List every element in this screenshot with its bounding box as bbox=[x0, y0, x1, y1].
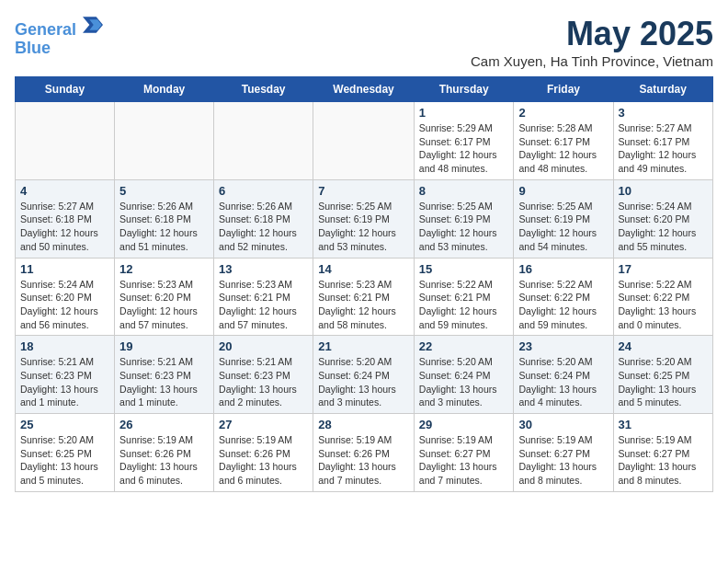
calendar-cell: 3Sunrise: 5:27 AM Sunset: 6:17 PM Daylig… bbox=[613, 102, 712, 180]
day-number: 8 bbox=[419, 184, 509, 198]
day-number: 12 bbox=[119, 262, 209, 276]
calendar-week-2: 4Sunrise: 5:27 AM Sunset: 6:18 PM Daylig… bbox=[16, 179, 713, 258]
day-info: Sunrise: 5:19 AM Sunset: 6:27 PM Dayligh… bbox=[518, 433, 608, 488]
day-info: Sunrise: 5:20 AM Sunset: 6:24 PM Dayligh… bbox=[419, 355, 509, 409]
calendar-cell: 23Sunrise: 5:20 AM Sunset: 6:24 PM Dayli… bbox=[514, 336, 613, 414]
day-info: Sunrise: 5:20 AM Sunset: 6:24 PM Dayligh… bbox=[318, 355, 409, 409]
day-number: 2 bbox=[518, 106, 608, 120]
calendar-week-5: 25Sunrise: 5:20 AM Sunset: 6:25 PM Dayli… bbox=[16, 414, 713, 492]
weekday-header-saturday: Saturday bbox=[613, 77, 712, 102]
calendar-cell: 11Sunrise: 5:24 AM Sunset: 6:20 PM Dayli… bbox=[16, 258, 115, 336]
day-info: Sunrise: 5:19 AM Sunset: 6:26 PM Dayligh… bbox=[219, 433, 308, 488]
location-subtitle: Cam Xuyen, Ha Tinh Province, Vietnam bbox=[471, 53, 713, 69]
day-info: Sunrise: 5:23 AM Sunset: 6:20 PM Dayligh… bbox=[119, 278, 209, 332]
day-number: 30 bbox=[518, 418, 608, 431]
calendar-cell: 10Sunrise: 5:24 AM Sunset: 6:20 PM Dayli… bbox=[613, 179, 712, 258]
day-number: 27 bbox=[219, 418, 308, 431]
day-info: Sunrise: 5:21 AM Sunset: 6:23 PM Dayligh… bbox=[20, 355, 109, 409]
day-info: Sunrise: 5:27 AM Sunset: 6:17 PM Dayligh… bbox=[619, 121, 708, 176]
calendar-cell bbox=[115, 102, 214, 180]
day-info: Sunrise: 5:19 AM Sunset: 6:26 PM Dayligh… bbox=[119, 433, 209, 488]
day-number: 24 bbox=[619, 339, 708, 353]
calendar-cell bbox=[214, 102, 313, 180]
day-number: 18 bbox=[20, 339, 109, 353]
day-info: Sunrise: 5:25 AM Sunset: 6:19 PM Dayligh… bbox=[419, 200, 509, 254]
day-number: 25 bbox=[20, 418, 109, 431]
calendar-cell: 1Sunrise: 5:29 AM Sunset: 6:17 PM Daylig… bbox=[414, 102, 514, 180]
day-info: Sunrise: 5:23 AM Sunset: 6:21 PM Dayligh… bbox=[318, 278, 409, 332]
calendar-cell: 14Sunrise: 5:23 AM Sunset: 6:21 PM Dayli… bbox=[313, 258, 415, 336]
calendar-cell: 19Sunrise: 5:21 AM Sunset: 6:23 PM Dayli… bbox=[115, 336, 214, 414]
logo: General Blue bbox=[15, 15, 103, 58]
day-info: Sunrise: 5:27 AM Sunset: 6:18 PM Dayligh… bbox=[20, 200, 109, 254]
calendar-cell bbox=[16, 102, 115, 180]
day-info: Sunrise: 5:23 AM Sunset: 6:21 PM Dayligh… bbox=[219, 278, 308, 332]
calendar-cell: 22Sunrise: 5:20 AM Sunset: 6:24 PM Dayli… bbox=[414, 336, 514, 414]
calendar-cell: 9Sunrise: 5:25 AM Sunset: 6:19 PM Daylig… bbox=[514, 179, 613, 258]
title-block: May 2025 Cam Xuyen, Ha Tinh Province, Vi… bbox=[471, 15, 713, 69]
calendar-cell: 31Sunrise: 5:19 AM Sunset: 6:27 PM Dayli… bbox=[613, 414, 712, 492]
calendar-cell: 18Sunrise: 5:21 AM Sunset: 6:23 PM Dayli… bbox=[16, 336, 115, 414]
day-info: Sunrise: 5:26 AM Sunset: 6:18 PM Dayligh… bbox=[119, 200, 209, 254]
calendar-cell bbox=[313, 102, 415, 180]
weekday-header-sunday: Sunday bbox=[16, 77, 115, 102]
day-info: Sunrise: 5:19 AM Sunset: 6:26 PM Dayligh… bbox=[318, 433, 409, 488]
logo-blue: Blue bbox=[15, 40, 103, 58]
day-number: 11 bbox=[20, 262, 109, 276]
calendar-week-4: 18Sunrise: 5:21 AM Sunset: 6:23 PM Dayli… bbox=[16, 336, 713, 414]
day-info: Sunrise: 5:26 AM Sunset: 6:18 PM Dayligh… bbox=[219, 200, 308, 254]
day-info: Sunrise: 5:20 AM Sunset: 6:24 PM Dayligh… bbox=[518, 355, 608, 409]
day-number: 26 bbox=[119, 418, 209, 431]
calendar-cell: 2Sunrise: 5:28 AM Sunset: 6:17 PM Daylig… bbox=[514, 102, 613, 180]
day-info: Sunrise: 5:21 AM Sunset: 6:23 PM Dayligh… bbox=[219, 355, 308, 409]
calendar-cell: 26Sunrise: 5:19 AM Sunset: 6:26 PM Dayli… bbox=[115, 414, 214, 492]
day-number: 6 bbox=[219, 184, 308, 198]
day-number: 21 bbox=[318, 339, 409, 353]
month-title: May 2025 bbox=[471, 15, 713, 53]
calendar-cell: 21Sunrise: 5:20 AM Sunset: 6:24 PM Dayli… bbox=[313, 336, 415, 414]
day-info: Sunrise: 5:25 AM Sunset: 6:19 PM Dayligh… bbox=[318, 200, 409, 254]
logo-text: General bbox=[15, 15, 103, 40]
calendar-week-1: 1Sunrise: 5:29 AM Sunset: 6:17 PM Daylig… bbox=[16, 102, 713, 180]
day-info: Sunrise: 5:29 AM Sunset: 6:17 PM Dayligh… bbox=[419, 121, 509, 176]
calendar-cell: 28Sunrise: 5:19 AM Sunset: 6:26 PM Dayli… bbox=[313, 414, 415, 492]
day-info: Sunrise: 5:22 AM Sunset: 6:22 PM Dayligh… bbox=[619, 278, 708, 332]
day-number: 22 bbox=[419, 339, 509, 353]
calendar-cell: 25Sunrise: 5:20 AM Sunset: 6:25 PM Dayli… bbox=[16, 414, 115, 492]
calendar-cell: 8Sunrise: 5:25 AM Sunset: 6:19 PM Daylig… bbox=[414, 179, 514, 258]
day-number: 9 bbox=[518, 184, 608, 198]
calendar-cell: 16Sunrise: 5:22 AM Sunset: 6:22 PM Dayli… bbox=[514, 258, 613, 336]
calendar-cell: 12Sunrise: 5:23 AM Sunset: 6:20 PM Dayli… bbox=[115, 258, 214, 336]
calendar-cell: 20Sunrise: 5:21 AM Sunset: 6:23 PM Dayli… bbox=[214, 336, 313, 414]
day-info: Sunrise: 5:19 AM Sunset: 6:27 PM Dayligh… bbox=[419, 433, 509, 488]
calendar-cell: 27Sunrise: 5:19 AM Sunset: 6:26 PM Dayli… bbox=[214, 414, 313, 492]
day-number: 7 bbox=[318, 184, 409, 198]
calendar-week-3: 11Sunrise: 5:24 AM Sunset: 6:20 PM Dayli… bbox=[16, 258, 713, 336]
day-number: 5 bbox=[119, 184, 209, 198]
calendar-cell: 29Sunrise: 5:19 AM Sunset: 6:27 PM Dayli… bbox=[414, 414, 514, 492]
day-info: Sunrise: 5:20 AM Sunset: 6:25 PM Dayligh… bbox=[619, 355, 708, 409]
day-info: Sunrise: 5:24 AM Sunset: 6:20 PM Dayligh… bbox=[20, 278, 109, 332]
day-number: 15 bbox=[419, 262, 509, 276]
calendar-table: SundayMondayTuesdayWednesdayThursdayFrid… bbox=[15, 76, 713, 492]
calendar-cell: 7Sunrise: 5:25 AM Sunset: 6:19 PM Daylig… bbox=[313, 179, 415, 258]
calendar-cell: 30Sunrise: 5:19 AM Sunset: 6:27 PM Dayli… bbox=[514, 414, 613, 492]
day-info: Sunrise: 5:21 AM Sunset: 6:23 PM Dayligh… bbox=[119, 355, 209, 409]
day-number: 23 bbox=[518, 339, 608, 353]
page-header: General Blue May 2025 Cam Xuyen, Ha Tinh… bbox=[15, 15, 713, 69]
calendar-cell: 4Sunrise: 5:27 AM Sunset: 6:18 PM Daylig… bbox=[16, 179, 115, 258]
calendar-cell: 15Sunrise: 5:22 AM Sunset: 6:21 PM Dayli… bbox=[414, 258, 514, 336]
day-number: 29 bbox=[419, 418, 509, 431]
weekday-header-monday: Monday bbox=[115, 77, 214, 102]
day-number: 20 bbox=[219, 339, 308, 353]
calendar-cell: 6Sunrise: 5:26 AM Sunset: 6:18 PM Daylig… bbox=[214, 179, 313, 258]
logo-icon bbox=[83, 15, 103, 35]
weekday-header-tuesday: Tuesday bbox=[214, 77, 313, 102]
day-number: 28 bbox=[318, 418, 409, 431]
day-info: Sunrise: 5:22 AM Sunset: 6:21 PM Dayligh… bbox=[419, 278, 509, 332]
day-info: Sunrise: 5:28 AM Sunset: 6:17 PM Dayligh… bbox=[518, 121, 608, 176]
day-info: Sunrise: 5:24 AM Sunset: 6:20 PM Dayligh… bbox=[619, 200, 708, 254]
day-number: 4 bbox=[20, 184, 109, 198]
day-info: Sunrise: 5:25 AM Sunset: 6:19 PM Dayligh… bbox=[518, 200, 608, 254]
day-number: 17 bbox=[619, 262, 708, 276]
